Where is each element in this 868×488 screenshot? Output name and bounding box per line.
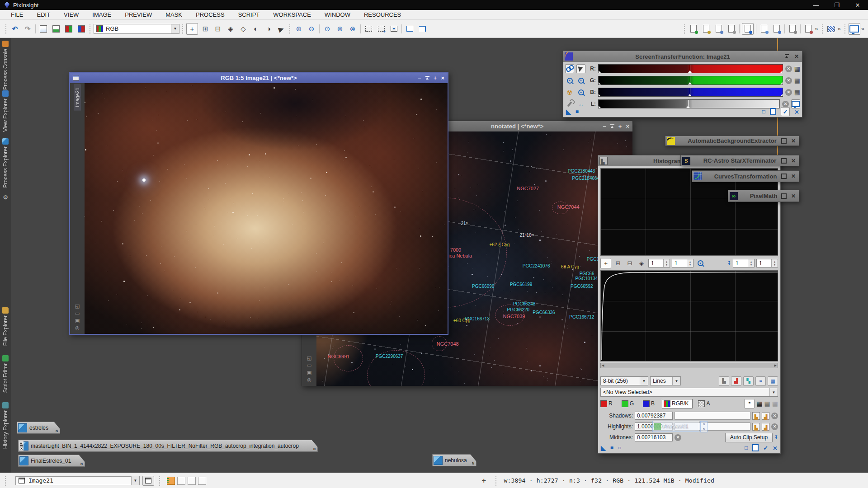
histogram-main-plot[interactable]	[600, 270, 778, 361]
channel-b[interactable]: B	[643, 400, 655, 407]
hist-overlay-icon[interactable]: ▚	[743, 376, 754, 386]
doc-up-icon[interactable]	[713, 23, 724, 34]
h-zoom2-stepper[interactable]: 1▲▼	[733, 259, 755, 267]
zoom-icon[interactable]: +	[618, 123, 622, 129]
new-preview-mode-icon[interactable]	[376, 23, 387, 34]
doc-icon[interactable]	[752, 444, 759, 451]
zoom-to-fit-icon[interactable]: ⊛	[335, 23, 345, 34]
clip-low-icon[interactable]: ▙	[752, 412, 760, 420]
center-view-icon[interactable]: ◈	[225, 23, 236, 34]
save-image-icon[interactable]	[51, 23, 61, 34]
reset-highlights-icon[interactable]: ✕	[771, 423, 778, 430]
channel-g[interactable]: G	[622, 400, 634, 407]
toolbar-grip[interactable]	[89, 24, 91, 34]
new-instance-icon[interactable]: ◣	[566, 108, 571, 115]
view-explorer-icon[interactable]	[2, 90, 9, 97]
zoom-mode-icon[interactable]: ◱	[75, 304, 80, 309]
readout-mode-icon[interactable]: ＋	[600, 258, 611, 268]
toolbar-grip[interactable]	[844, 24, 846, 34]
workspace-2[interactable]	[188, 477, 196, 485]
statusbar-grip[interactable]	[495, 476, 497, 486]
toolbar-overflow-icon[interactable]: »	[860, 25, 865, 32]
layers-icon[interactable]: ▣	[75, 318, 80, 323]
doc-close-icon[interactable]	[803, 23, 814, 34]
menu-item[interactable]: PREVIEW	[125, 11, 152, 18]
clip-low2-icon[interactable]: ▟	[762, 412, 769, 420]
iconized-window-finalestreles[interactable]: FinalEstreles_01 N	[18, 455, 85, 467]
menu-item[interactable]: PROCESS	[196, 11, 225, 18]
hist-curve-icon[interactable]: ≈	[755, 376, 766, 386]
curves-titlebar[interactable]: CurvesTransformation ✕	[692, 170, 799, 182]
edit-stf-icon[interactable]	[576, 64, 585, 73]
grid-black-icon[interactable]: ▦	[756, 400, 762, 407]
stf-titlebar[interactable]: ScreenTransferFunction: Image21 ✕	[563, 51, 802, 62]
new-preview-icon[interactable]	[363, 23, 374, 34]
chevron-down-icon[interactable]: ▼	[131, 476, 139, 485]
stf-panel[interactable]: ScreenTransferFunction: Image21 ✕ R: ✕ ▦…	[563, 51, 802, 117]
menu-item[interactable]: MASK	[165, 11, 182, 18]
normal-mode-icon[interactable]: ▭	[75, 311, 80, 316]
radiation-icon[interactable]: ☢	[565, 88, 574, 97]
shadows-slider[interactable]	[675, 412, 750, 420]
chevron-down-icon[interactable]: ▼	[769, 388, 778, 396]
pan-icon[interactable]: ＋	[480, 476, 487, 485]
chevron-down-icon[interactable]: ▼	[171, 24, 179, 33]
ok-check-icon[interactable]: ✓	[763, 445, 768, 451]
plot-style-select[interactable]: Lines ▼	[650, 376, 681, 385]
dock-tab-process-console[interactable]: Process Console	[2, 49, 9, 90]
stf-red-slider[interactable]	[690, 65, 690, 73]
shadows-value[interactable]: 0.00792387	[635, 412, 673, 420]
apply-icon[interactable]: ■	[576, 108, 579, 115]
dynamic-crop-icon[interactable]	[417, 23, 428, 34]
menu-item[interactable]: FILE	[11, 11, 23, 18]
reset-blue-icon[interactable]: ✕	[785, 89, 792, 96]
reset-lum-icon[interactable]: ✕	[782, 101, 789, 108]
stf-green-slider[interactable]	[690, 76, 690, 84]
stf-toggle-icon[interactable]: ◐	[250, 23, 261, 34]
abe-titlebar[interactable]: AutomaticBackgroundExtractor ✕	[665, 136, 799, 146]
browse-doc-icon[interactable]: □	[762, 108, 765, 115]
zoom-out-stf-icon[interactable]: −	[576, 88, 585, 97]
shrink-view-icon[interactable]: ⊟	[212, 23, 223, 34]
stf-green-bar[interactable]	[598, 76, 783, 85]
zoom-track-icon[interactable]: •	[565, 76, 574, 85]
new-image-icon[interactable]	[38, 23, 49, 34]
menu-item[interactable]: EDIT	[37, 11, 50, 18]
toolbar-grip[interactable]	[182, 24, 184, 34]
fit-view-icon[interactable]: ◇	[238, 23, 249, 34]
toolbar-grip[interactable]	[5, 24, 7, 34]
new-workspace-icon[interactable]	[142, 476, 154, 486]
process-explorer-icon[interactable]	[2, 138, 9, 145]
grid-black-icon[interactable]: ▦	[794, 66, 800, 72]
doc-green-icon[interactable]	[688, 23, 699, 34]
view-select[interactable]: <No View Selected> ▼	[600, 388, 778, 397]
stf-red-bar[interactable]	[598, 64, 783, 73]
pan-mode-icon[interactable]: +	[186, 23, 198, 35]
window-close-icon[interactable]: ✕	[847, 0, 868, 10]
grid-light-icon[interactable]: ▦	[772, 400, 778, 407]
resolution-select[interactable]: 8-bit (256) ▼	[600, 376, 648, 385]
process-console-icon[interactable]	[2, 41, 9, 47]
target-icon[interactable]: ◎	[75, 325, 80, 330]
menu-item[interactable]: WORKSPACE	[273, 11, 311, 18]
active-view-select[interactable]: Image21 ▼	[15, 476, 140, 485]
reset-red-icon[interactable]: ✕	[785, 66, 792, 72]
doc-upload-icon[interactable]	[771, 23, 782, 34]
image-window-titlebar[interactable]: RGB 1:5 Image21 | <*new*> − + ×	[70, 73, 448, 83]
target-icon[interactable]: ◎	[307, 377, 311, 382]
reset-green-icon[interactable]: ✕	[785, 77, 792, 84]
history-explorer-icon[interactable]	[2, 402, 9, 408]
crop-to-view-icon[interactable]	[404, 23, 415, 34]
iconized-window-nebulosa[interactable]: nebulosa N	[432, 454, 476, 466]
doc-down-icon[interactable]	[759, 23, 769, 34]
menu-item[interactable]: VIEW	[64, 11, 79, 18]
normal-mode-icon[interactable]: ▭	[307, 363, 311, 368]
section-chevron-icon[interactable]: ▼▼	[774, 436, 778, 440]
zoom-in-stf-icon[interactable]: +	[576, 76, 585, 85]
undo-icon[interactable]: ↶	[9, 23, 20, 34]
file-explorer-icon[interactable]	[2, 307, 9, 314]
doc-gray-icon[interactable]	[726, 23, 737, 34]
channel-rgbk[interactable]: RGB/K	[662, 399, 693, 408]
scroll-right-icon[interactable]: ▶	[774, 364, 777, 367]
asterisk-icon[interactable]: *	[744, 399, 755, 408]
